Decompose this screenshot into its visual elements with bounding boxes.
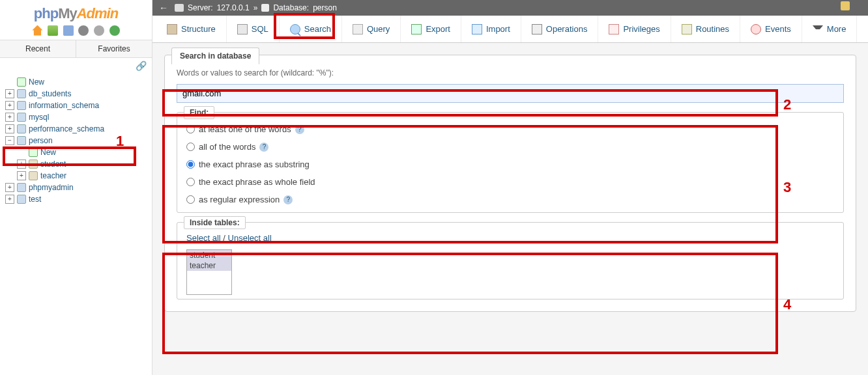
sidebar-quick-icons xyxy=(0,23,152,40)
find-fieldset: Find: at least one of the words? all of … xyxy=(177,112,844,213)
reload-icon[interactable] xyxy=(109,25,120,36)
tree-label: performance_schema xyxy=(29,124,104,133)
lock-icon[interactable] xyxy=(841,1,850,10)
query-icon xyxy=(353,24,363,35)
tab-label: Structure xyxy=(181,24,216,34)
breadcrumb-separator: » xyxy=(253,3,258,12)
tree-teacher[interactable]: +teacher xyxy=(17,170,152,182)
tables-multiselect[interactable]: student teacher xyxy=(186,249,232,295)
tab-events[interactable]: Events xyxy=(740,16,802,42)
tree-information-schema[interactable]: +information_schema xyxy=(5,100,152,111)
radio-label: the exact phrase as substring xyxy=(199,160,310,169)
expand-icon[interactable]: + xyxy=(5,89,14,98)
tab-recent[interactable]: Recent xyxy=(0,40,76,57)
tab-export[interactable]: Export xyxy=(401,16,461,42)
tree-test[interactable]: +test xyxy=(5,193,152,205)
help-icon[interactable]: ? xyxy=(283,195,293,204)
collapse-icon[interactable]: − xyxy=(5,136,14,145)
expand-icon[interactable]: + xyxy=(5,113,14,122)
database-icon xyxy=(17,183,26,192)
tree-new[interactable]: New xyxy=(5,76,152,88)
find-option-1[interactable]: at least one of the words? xyxy=(186,120,834,138)
tab-structure[interactable]: Structure xyxy=(156,16,227,42)
tab-favorites[interactable]: Favorites xyxy=(76,40,152,57)
sidebar-tabs: Recent Favorites xyxy=(0,40,152,58)
tab-label: Events xyxy=(765,24,791,34)
home-icon[interactable] xyxy=(32,25,42,36)
operations-icon xyxy=(532,24,542,35)
search-label: Words or values to search for (wildcard:… xyxy=(177,68,844,77)
expand-icon[interactable]: + xyxy=(17,171,26,180)
tree-student[interactable]: +student xyxy=(17,158,152,170)
find-option-5[interactable]: as regular expression? xyxy=(186,191,834,208)
server-value[interactable]: 127.0.0.1 xyxy=(217,3,250,12)
tab-search[interactable]: Search xyxy=(280,16,342,42)
tree-performance-schema[interactable]: +performance_schema xyxy=(5,123,152,135)
table-icon xyxy=(29,160,38,169)
logout-icon[interactable] xyxy=(48,25,58,36)
docs-icon[interactable] xyxy=(63,25,74,36)
tab-routines[interactable]: Routines xyxy=(671,16,740,42)
expand-icon[interactable]: + xyxy=(5,124,14,133)
tree-mysql[interactable]: +mysql xyxy=(5,111,152,123)
database-icon xyxy=(17,101,26,110)
help-icon[interactable]: ? xyxy=(295,125,304,134)
topmenu: Structure SQL Search Query Export Import… xyxy=(152,16,868,43)
expand-icon[interactable]: + xyxy=(5,183,14,192)
table-icon xyxy=(29,171,38,180)
tree-label: db_students xyxy=(29,89,71,98)
tab-query[interactable]: Query xyxy=(342,16,401,42)
find-option-3[interactable]: the exact phrase as substring xyxy=(186,156,834,173)
tree-label: information_schema xyxy=(29,101,99,110)
select-links: Select all / Unselect all xyxy=(186,233,834,243)
help-icon[interactable]: ? xyxy=(259,143,268,152)
sidebar: phpMyAdmin Recent Favorites 🔗 New +db_st… xyxy=(0,0,152,375)
tree-db-students[interactable]: +db_students xyxy=(5,88,152,100)
navigation-settings-icon[interactable] xyxy=(94,25,104,36)
expand-icon[interactable]: + xyxy=(5,195,14,204)
tab-operations[interactable]: Operations xyxy=(521,16,599,42)
find-option-2[interactable]: all of the words? xyxy=(186,138,834,156)
table-option-teacher[interactable]: teacher xyxy=(187,260,231,271)
logo-part-my: My xyxy=(58,5,77,21)
search-input[interactable] xyxy=(177,84,844,103)
tab-label: Export xyxy=(426,24,450,34)
radio-input[interactable] xyxy=(186,125,195,133)
structure-icon xyxy=(167,24,177,35)
tab-privileges[interactable]: Privileges xyxy=(598,16,671,42)
chevron-down-icon xyxy=(813,25,823,36)
server-label: Server: xyxy=(188,3,213,12)
table-option-student[interactable]: student xyxy=(187,250,231,260)
back-arrow-icon[interactable]: ← xyxy=(159,3,168,13)
link-icon[interactable]: 🔗 xyxy=(136,61,147,71)
tab-more[interactable]: More xyxy=(802,16,858,42)
tree-label: student xyxy=(40,160,66,169)
tree-label: phpmyadmin xyxy=(29,183,74,192)
radio-input[interactable] xyxy=(186,160,195,169)
database-value[interactable]: person xyxy=(313,3,337,12)
find-option-4[interactable]: the exact phrase as whole field xyxy=(186,173,834,191)
new-icon xyxy=(17,77,26,87)
server-icon xyxy=(175,4,184,12)
annotation-number-4: 4 xyxy=(783,296,791,313)
unselect-all-link[interactable]: Unselect all xyxy=(228,233,272,243)
expand-icon[interactable]: + xyxy=(17,160,26,169)
radio-input[interactable] xyxy=(186,195,195,204)
tree-label: New xyxy=(40,148,56,157)
database-icon xyxy=(17,136,26,145)
expand-icon[interactable]: + xyxy=(5,101,14,110)
logo[interactable]: phpMyAdmin xyxy=(0,0,152,23)
routines-icon xyxy=(682,24,692,35)
select-all-link[interactable]: Select all xyxy=(186,233,221,243)
database-icon xyxy=(17,195,26,204)
radio-label: at least one of the words xyxy=(199,124,291,134)
radio-input[interactable] xyxy=(186,178,195,186)
tab-import[interactable]: Import xyxy=(461,16,521,42)
tree-label: teacher xyxy=(40,171,66,180)
tree-person[interactable]: −person xyxy=(5,135,152,146)
tab-sql[interactable]: SQL xyxy=(227,16,280,42)
tree-person-new[interactable]: New xyxy=(17,146,152,158)
settings-icon[interactable] xyxy=(78,25,89,36)
radio-input[interactable] xyxy=(186,143,195,151)
tree-phpmyadmin[interactable]: +phpmyadmin xyxy=(5,182,152,193)
